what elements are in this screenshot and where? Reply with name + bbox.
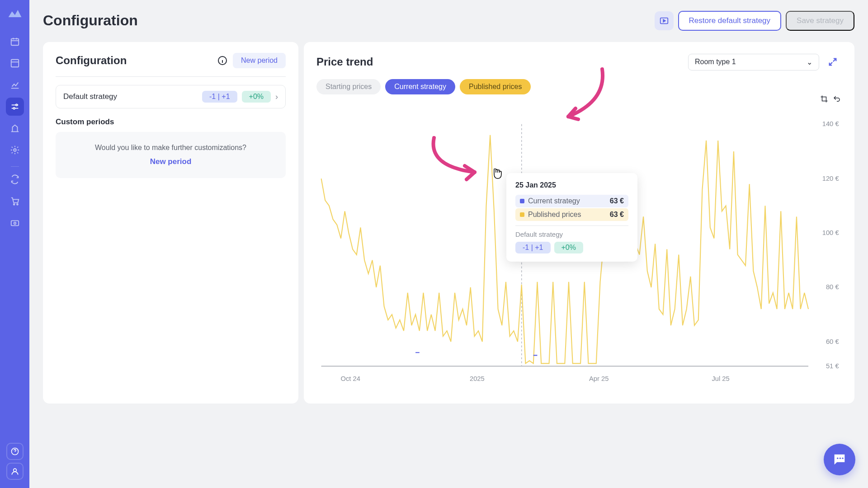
svg-point-3 — [13, 108, 15, 109]
logo — [8, 8, 22, 19]
nav-cart-icon[interactable] — [6, 192, 24, 210]
room-type-select[interactable]: Room type 1 ⌄ — [688, 54, 819, 70]
svg-point-25 — [837, 457, 838, 459]
tooltip-strategy-label: Default strategy — [515, 230, 628, 238]
crop-icon[interactable] — [819, 94, 829, 104]
nav-layout-icon[interactable] — [6, 54, 24, 72]
pill-current-strategy[interactable]: Current strategy — [385, 79, 455, 94]
new-period-button[interactable]: New period — [233, 53, 286, 68]
svg-point-27 — [842, 457, 843, 459]
strategy-minmax-badge: -1 | +1 — [202, 91, 237, 103]
svg-text:Apr 25: Apr 25 — [589, 375, 609, 382]
svg-point-26 — [840, 457, 841, 459]
svg-point-4 — [14, 149, 16, 151]
video-tutorial-button[interactable] — [655, 11, 674, 30]
svg-text:120 €: 120 € — [822, 174, 840, 182]
legend-pills: Starting prices Current strategy Publish… — [316, 79, 842, 94]
custom-prompt: Would you like to make further customiza… — [65, 144, 277, 152]
nav-cash-icon[interactable] — [6, 214, 24, 232]
custom-periods-label: Custom periods — [56, 117, 286, 127]
room-select-value: Room type 1 — [695, 58, 736, 66]
svg-text:Jul 25: Jul 25 — [712, 375, 729, 382]
svg-rect-7 — [11, 221, 19, 225]
header: Configuration Restore default strategy S… — [43, 8, 854, 33]
svg-text:140 €: 140 € — [822, 120, 840, 127]
nav-chart-icon[interactable] — [6, 76, 24, 94]
svg-text:2025: 2025 — [470, 375, 485, 382]
restore-default-button[interactable]: Restore default strategy — [678, 11, 781, 31]
svg-point-2 — [15, 104, 17, 106]
help-icon[interactable] — [6, 443, 24, 460]
strategy-name: Default strategy — [63, 92, 117, 101]
expand-button[interactable] — [824, 53, 842, 71]
tooltip-date: 25 Jan 2025 — [515, 181, 628, 189]
pill-starting-prices[interactable]: Starting prices — [316, 79, 381, 94]
configuration-panel: Configuration New period Default strateg… — [43, 42, 298, 404]
svg-text:51 €: 51 € — [826, 361, 839, 369]
config-title: Configuration — [56, 54, 127, 67]
tooltip-row-published: Published prices 63 € — [515, 208, 628, 221]
nav-gear-icon[interactable] — [6, 141, 24, 159]
custom-periods-box: Would you like to make further customiza… — [56, 132, 286, 178]
user-icon[interactable] — [6, 463, 24, 480]
trend-title: Price trend — [316, 56, 373, 68]
tooltip-minmax-badge: -1 | +1 — [515, 242, 551, 253]
svg-text:Oct 24: Oct 24 — [340, 375, 360, 382]
undo-icon[interactable] — [832, 94, 842, 104]
help-chat-button[interactable] — [824, 444, 855, 475]
svg-rect-1 — [11, 60, 19, 67]
tooltip-pct-badge: +0% — [554, 242, 583, 253]
svg-point-5 — [13, 204, 14, 205]
svg-rect-0 — [11, 39, 19, 46]
nav-sliders-icon[interactable] — [6, 98, 24, 116]
price-trend-panel: Price trend Room type 1 ⌄ Starting price… — [304, 42, 854, 404]
nav-building-icon[interactable] — [6, 119, 24, 137]
pill-published-prices[interactable]: Published prices — [460, 79, 531, 94]
default-strategy-row[interactable]: Default strategy -1 | +1 +0% › — [56, 85, 286, 108]
tooltip-row-current: Current strategy 63 € — [515, 195, 628, 207]
divider — [56, 76, 286, 77]
svg-text:100 €: 100 € — [822, 229, 840, 236]
svg-point-10 — [13, 469, 16, 472]
nav-calendar-icon[interactable] — [6, 33, 24, 51]
svg-text:60 €: 60 € — [826, 337, 839, 345]
sidebar — [0, 0, 29, 488]
save-strategy-button[interactable]: Save strategy — [786, 11, 854, 31]
main: Configuration Restore default strategy S… — [29, 0, 868, 488]
page-title: Configuration — [43, 12, 138, 29]
nav-divider — [11, 166, 19, 167]
svg-point-8 — [14, 222, 16, 225]
custom-new-period-button[interactable]: New period — [150, 157, 192, 166]
nav-sync-icon[interactable] — [6, 170, 24, 188]
chevron-right-icon: › — [275, 92, 278, 102]
svg-point-6 — [17, 204, 18, 205]
chart-tooltip: 25 Jan 2025 Current strategy 63 € Publis… — [506, 173, 637, 262]
strategy-pct-badge: +0% — [242, 91, 271, 103]
svg-text:80 €: 80 € — [826, 283, 839, 291]
chevron-down-icon: ⌄ — [807, 58, 812, 66]
info-icon[interactable] — [217, 55, 228, 66]
